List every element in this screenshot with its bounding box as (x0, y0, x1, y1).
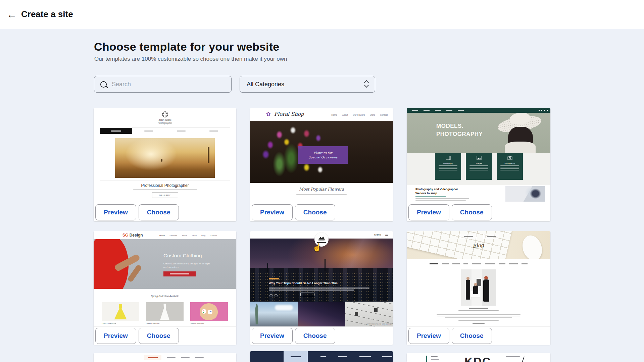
choose-button[interactable]: Choose (295, 328, 335, 344)
template-logo-title: John Clark (94, 118, 236, 121)
hand-cursor-icon: ☝ (312, 243, 321, 252)
mouse-image (519, 233, 545, 259)
category-select[interactable]: All Categories (240, 76, 375, 93)
template-card-partial[interactable] (94, 353, 236, 362)
chevron-up-down-icon (365, 81, 368, 87)
template-card-models-photography: MODELS. PHOTOGRAPHY Videography Images P… (407, 108, 550, 221)
template-heading: Professional Photographer (94, 183, 236, 188)
template-thumbnail: SG Design Home Services About Store Blog… (94, 231, 236, 326)
nav-item: Blog (201, 235, 205, 237)
choose-button[interactable]: Choose (452, 328, 492, 344)
text-bar (269, 288, 369, 289)
mountain-icon (318, 236, 325, 240)
ghost-button (460, 234, 477, 239)
template-card-partial[interactable] (250, 351, 393, 362)
about-section: Photography and Videographer We love to … (407, 185, 550, 203)
preview-button[interactable]: Preview (95, 328, 136, 344)
text-bar (473, 323, 485, 324)
nav-item-bar (435, 110, 441, 111)
preview-button[interactable]: Preview (95, 204, 136, 220)
choose-button[interactable]: Choose (139, 328, 179, 344)
model-hero-image: MODELS. PHOTOGRAPHY (407, 113, 550, 153)
template-nav: Home Services About Store Blog Contact (159, 235, 217, 237)
template-card-floral-shop: ✿ Floral Shop Home About Our Flowers Sto… (250, 108, 393, 221)
nav-item-bar (424, 110, 430, 111)
blog-thumb-statue (250, 302, 298, 326)
text-bar (437, 314, 521, 315)
section-heading: Choose template for your website (94, 40, 279, 53)
read-more-button (300, 293, 314, 296)
hero-text: Flowers for (313, 151, 332, 155)
nav-item: Home (159, 235, 165, 237)
template-thumbnail: Blog (407, 231, 550, 326)
nav-tab (100, 128, 132, 134)
template-card-partial[interactable]: KDC (407, 353, 550, 362)
hero-title: MODELS. PHOTOGRAPHY (436, 122, 483, 138)
collection-banner: Spring Collection Available (110, 293, 220, 299)
hero-overlay: Flowers for Special Occasions (298, 146, 348, 164)
hero-title: Custom Clothing (163, 253, 202, 259)
nav-item: Store (192, 235, 197, 237)
search-box[interactable] (94, 76, 232, 93)
blog-thumb-night-sky (298, 302, 345, 326)
choose-button[interactable]: Choose (452, 204, 492, 220)
ghost-button (483, 234, 499, 239)
choose-button[interactable]: Choose (139, 204, 179, 220)
nav-tab (132, 128, 165, 134)
nav-item: Services (169, 235, 177, 237)
template-nav (100, 127, 230, 134)
preview-button[interactable]: Preview (408, 328, 449, 344)
nav-item-bar (195, 357, 204, 358)
image-icon (477, 155, 482, 161)
template-nav (407, 108, 550, 113)
template-card-sg-design: SG Design Home Services About Store Blog… (94, 231, 236, 345)
text-bar (469, 308, 488, 309)
nav-item-bar (181, 357, 190, 358)
nav-tab (165, 128, 198, 134)
nav-item: Store (370, 114, 375, 116)
menu-label: Menu (374, 233, 381, 236)
text-bar (415, 200, 466, 201)
template-thumbnail: John Clark Photographer Professional Pho… (94, 108, 236, 203)
red-dress-hero-image: Custom Clothing Creating custom clothing… (94, 239, 236, 289)
section-title: Most Popular Flowers (250, 187, 393, 192)
back-button[interactable]: ← (5, 7, 19, 21)
card-actions: Preview Choose (94, 203, 236, 221)
category-selected-value: All Categories (247, 81, 284, 88)
social-icons (539, 110, 548, 111)
product-thumb (146, 302, 184, 321)
product-caption: Swim Collections (190, 322, 204, 324)
template-thumbnail: MODELS. PHOTOGRAPHY Videography Images P… (407, 108, 550, 203)
nav-item-bar (458, 110, 464, 111)
tulip-bouquet-image: Flowers for Special Occasions (250, 121, 393, 183)
film-icon (446, 155, 451, 161)
office-photo (461, 269, 496, 306)
template-logo: Floral Shop (274, 111, 304, 117)
tile-title: Photography (504, 162, 515, 164)
nav-item: Our Flowers (353, 114, 365, 116)
preview-button[interactable]: Preview (252, 328, 293, 344)
feature-tile: Photography (497, 153, 523, 180)
template-card-photographer: John Clark Photographer Professional Pho… (94, 108, 236, 221)
flower-logo-icon: ✿ (266, 111, 270, 117)
product-thumb (102, 302, 139, 321)
template-nav (407, 263, 550, 264)
template-nav (144, 355, 204, 360)
section-strip: Most Popular Flowers (250, 183, 393, 203)
hamburger-icon: ☰ (385, 232, 388, 237)
template-card-desk-blog: Blog Preview Choose (407, 231, 550, 345)
keyboard-desk-hero-image: Blog (407, 231, 550, 259)
search-icon (100, 81, 107, 88)
nav-tab (198, 128, 230, 134)
sunset-field-image (115, 138, 215, 178)
search-input[interactable] (111, 81, 223, 88)
choose-button[interactable]: Choose (295, 204, 335, 220)
feature-tiles-section: Videography Images Photography (407, 153, 550, 185)
nav-item-bar (359, 356, 371, 357)
card-actions: Preview Choose (407, 326, 550, 345)
preview-button[interactable]: Preview (252, 204, 293, 220)
card-actions: Preview Choose (94, 326, 236, 345)
nav-item-bar (338, 356, 347, 357)
preview-button[interactable]: Preview (408, 204, 449, 220)
nav-item: Home (331, 114, 337, 116)
